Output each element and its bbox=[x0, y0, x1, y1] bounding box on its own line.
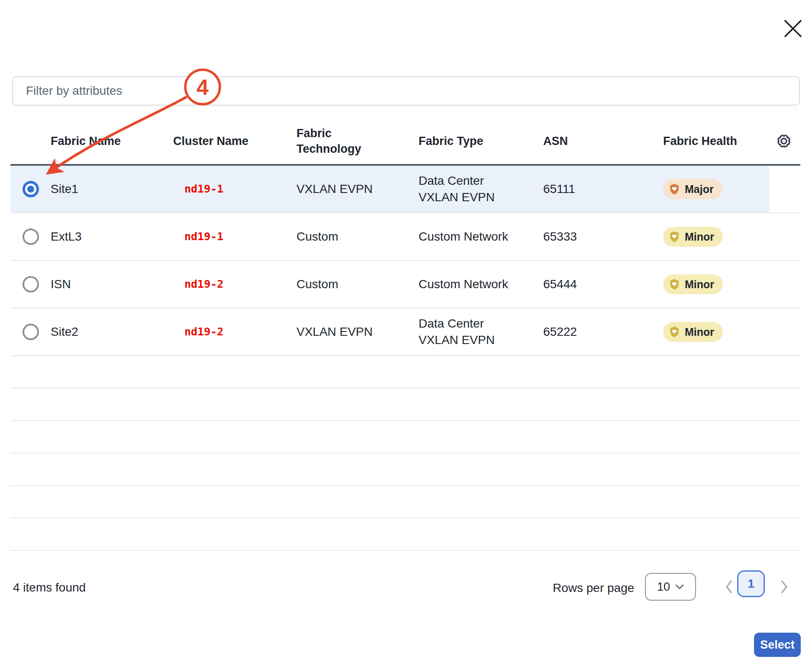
health-badge-label: Minor bbox=[685, 324, 714, 340]
chevron-down-icon bbox=[675, 584, 684, 589]
previous-page-button[interactable] bbox=[719, 577, 738, 596]
chevron-right-icon bbox=[779, 579, 790, 595]
health-badge: Minor bbox=[663, 274, 723, 294]
fabrics-table: Fabric Name Cluster Name Fabric Technolo… bbox=[10, 118, 800, 551]
cell-fabric-technology: Custom bbox=[296, 276, 390, 293]
cell-cluster-name[interactable]: nd19-1 bbox=[173, 181, 266, 197]
cell-fabric-name: ISN bbox=[51, 276, 144, 293]
cell-cluster-name[interactable]: nd19-2 bbox=[173, 276, 266, 293]
empty-table-row bbox=[10, 356, 800, 389]
table-row[interactable]: ISN nd19-2 Custom Custom Network 65444 M… bbox=[10, 261, 800, 309]
cell-asn: 65333 bbox=[543, 228, 636, 245]
health-badge: Major bbox=[663, 179, 722, 199]
table-header-row: Fabric Name Cluster Name Fabric Technolo… bbox=[10, 118, 800, 166]
column-settings-button[interactable] bbox=[775, 132, 800, 150]
header-fabric-type: Fabric Type bbox=[419, 133, 543, 149]
table-row[interactable]: Site1 nd19-1 VXLAN EVPN Data Center VXLA… bbox=[10, 166, 800, 213]
cell-fabric-technology: VXLAN EVPN bbox=[296, 181, 390, 197]
shield-icon bbox=[668, 326, 680, 338]
close-icon bbox=[782, 17, 804, 40]
header-fabric-health: Fabric Health bbox=[663, 133, 775, 149]
header-fabric-name: Fabric Name bbox=[51, 133, 173, 149]
cell-asn: 65111 bbox=[543, 181, 636, 197]
cell-fabric-name: Site1 bbox=[51, 181, 144, 197]
cell-cluster-name[interactable]: nd19-2 bbox=[173, 324, 266, 340]
table-row[interactable]: ExtL3 nd19-1 Custom Custom Network 65333… bbox=[10, 213, 800, 261]
row-radio[interactable] bbox=[23, 228, 39, 245]
empty-table-row bbox=[10, 421, 800, 454]
rows-per-page-value: 10 bbox=[657, 580, 670, 594]
cell-fabric-type: Data Center VXLAN EVPN bbox=[419, 173, 512, 206]
cell-fabric-type: Custom Network bbox=[419, 276, 512, 293]
cell-fabric-name: ExtL3 bbox=[51, 228, 144, 245]
row-radio[interactable] bbox=[23, 324, 39, 340]
header-cluster-name: Cluster Name bbox=[173, 133, 296, 149]
shield-icon bbox=[668, 231, 680, 243]
header-fabric-technology: Fabric Technology bbox=[296, 125, 372, 157]
fabric-select-modal: Fabric Name Cluster Name Fabric Technolo… bbox=[0, 0, 812, 669]
empty-table-row bbox=[10, 518, 800, 551]
cell-fabric-type: Data Center VXLAN EVPN bbox=[419, 315, 512, 348]
health-badge-label: Major bbox=[685, 181, 714, 197]
cell-fabric-technology: Custom bbox=[296, 228, 390, 245]
cell-fabric-technology: VXLAN EVPN bbox=[296, 324, 390, 340]
close-button[interactable] bbox=[781, 16, 805, 41]
rows-per-page-select[interactable]: 10 bbox=[645, 573, 696, 601]
table-row[interactable]: Site2 nd19-2 VXLAN EVPN Data Center VXLA… bbox=[10, 309, 800, 356]
health-badge: Minor bbox=[663, 227, 723, 247]
next-page-button[interactable] bbox=[775, 577, 794, 596]
header-asn: ASN bbox=[543, 133, 663, 149]
items-found-label: 4 items found bbox=[13, 581, 86, 595]
health-badge: Minor bbox=[663, 322, 723, 342]
cell-cluster-name[interactable]: nd19-1 bbox=[173, 228, 266, 245]
filter-input[interactable] bbox=[12, 76, 800, 106]
empty-table-row bbox=[10, 389, 800, 421]
cell-asn: 65222 bbox=[543, 324, 636, 340]
shield-icon bbox=[668, 278, 680, 290]
row-radio[interactable] bbox=[23, 276, 39, 293]
chevron-left-icon bbox=[723, 579, 735, 595]
current-page-button[interactable]: 1 bbox=[737, 570, 765, 597]
cell-fabric-name: Site2 bbox=[51, 324, 144, 340]
empty-table-row bbox=[10, 486, 800, 518]
empty-table-row bbox=[10, 454, 800, 486]
health-badge-label: Minor bbox=[685, 228, 714, 245]
health-badge-label: Minor bbox=[685, 276, 714, 293]
row-radio[interactable] bbox=[23, 181, 39, 197]
gear-icon bbox=[775, 132, 793, 150]
empty-rows bbox=[10, 356, 800, 551]
cell-asn: 65444 bbox=[543, 276, 636, 293]
shield-icon bbox=[668, 183, 680, 195]
rows-per-page-label: Rows per page bbox=[553, 581, 634, 595]
cell-fabric-type: Custom Network bbox=[419, 228, 512, 245]
select-button[interactable]: Select bbox=[754, 633, 801, 657]
